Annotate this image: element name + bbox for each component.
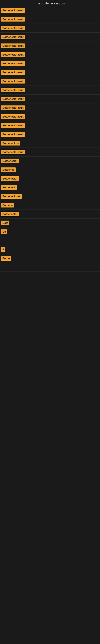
result-row: Bottleneck result <box>0 42 100 50</box>
result-row: Bo <box>0 228 100 236</box>
bottleneck-result-badge[interactable]: Bottlene <box>1 203 14 208</box>
result-row: Bottleneck result <box>0 86 100 94</box>
bottleneck-result-badge[interactable]: Bottleneck <box>1 185 17 190</box>
result-row: Bottleneck result <box>0 32 100 42</box>
result-row: Bottleneck result <box>0 94 100 104</box>
result-row: Bottleneck result <box>0 77 100 86</box>
result-row: Bottleneck r <box>0 156 100 166</box>
bottleneck-result-badge[interactable]: B <box>1 247 5 252</box>
bottleneck-result-badge[interactable]: Bottleneck result <box>1 70 25 75</box>
result-row: Bottleneck result <box>0 148 100 156</box>
bottleneck-result-badge[interactable]: Bottleneck r <box>1 158 19 163</box>
bottleneck-result-badge[interactable]: Bott <box>1 220 9 225</box>
result-row: Bottleneck result <box>0 6 100 15</box>
result-row: Bottleneck result <box>0 15 100 24</box>
result-row: Bottleneck result <box>0 24 100 32</box>
result-row: Bottleneck res <box>0 192 100 201</box>
bottleneck-result-badge[interactable]: Bottleneck r <box>1 176 19 181</box>
result-row: Bottlenec <box>0 166 100 174</box>
bottleneck-result-badge[interactable]: Bottleneck result <box>1 34 25 39</box>
bottleneck-result-badge[interactable]: Bottle <box>1 256 11 260</box>
result-row: Bottleneck result <box>0 121 100 130</box>
bottleneck-result-badge[interactable]: Bottleneck result <box>1 132 25 137</box>
result-row: Bottleneck result <box>0 130 100 139</box>
bottleneck-result-badge[interactable]: Bottleneck result <box>1 150 25 154</box>
result-row <box>0 236 100 245</box>
result-row <box>0 263 100 272</box>
bottleneck-result-badge[interactable]: Bottleneck result <box>1 52 25 57</box>
result-row: Bottlene <box>0 201 100 210</box>
bottleneck-result-badge[interactable]: Bottleneck result <box>1 8 25 13</box>
result-row: Bottleneck re <box>0 139 100 148</box>
result-row: Bottleneck r <box>0 174 100 183</box>
bottleneck-result-badge[interactable]: Bottleneck result <box>1 96 25 101</box>
result-row: Bottleneck result <box>0 112 100 121</box>
result-row: B <box>0 245 100 254</box>
bottleneck-result-badge[interactable]: Bottleneck result <box>1 114 25 119</box>
bottleneck-result-badge[interactable]: Bottlenec <box>1 168 16 172</box>
bottleneck-result-badge[interactable]: Bottleneck re <box>1 141 20 146</box>
bottleneck-result-badge[interactable]: Bottleneck res <box>1 194 22 199</box>
bottleneck-result-badge[interactable]: Bottleneck result <box>1 44 25 48</box>
bottleneck-result-badge[interactable]: Bottleneck result <box>1 61 25 66</box>
bottleneck-result-badge[interactable]: Bottleneck result <box>1 79 25 84</box>
site-title: TheBottlenecker.com <box>35 2 65 5</box>
result-row: Bottleneck r <box>0 210 100 218</box>
result-row: Bottle <box>0 254 100 263</box>
bottleneck-result-badge[interactable]: Bottleneck result <box>1 17 25 22</box>
result-row: Bottleneck result <box>0 68 100 77</box>
bottleneck-result-badge[interactable]: Bottleneck r <box>1 212 19 216</box>
result-row: Bottleneck result <box>0 50 100 59</box>
bottleneck-result-badge[interactable]: Bottleneck result <box>1 26 25 30</box>
result-row: Bott <box>0 218 100 228</box>
result-row: Bottleneck <box>0 183 100 192</box>
bottleneck-result-badge[interactable]: Bottleneck result <box>1 88 25 92</box>
result-row: Bottleneck result <box>0 59 100 68</box>
site-header: TheBottlenecker.com <box>0 0 100 6</box>
result-row: Bottleneck result <box>0 104 100 112</box>
bottleneck-result-badge[interactable]: Bottleneck result <box>1 106 25 110</box>
bottleneck-result-badge[interactable]: Bottleneck result <box>1 123 25 128</box>
bottleneck-result-badge[interactable]: Bo <box>1 230 7 234</box>
